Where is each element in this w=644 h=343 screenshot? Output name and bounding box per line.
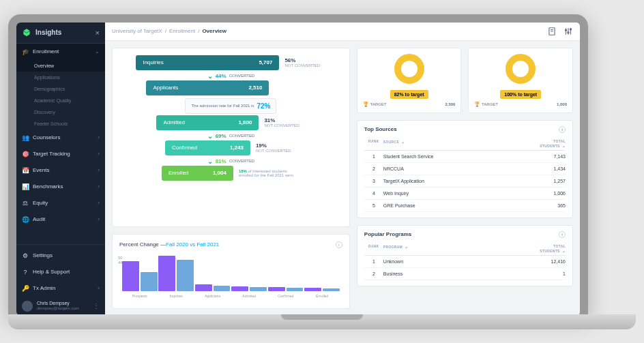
y-tick: 44	[118, 260, 123, 265]
sidebar-item-label: Enrollment	[33, 48, 91, 55]
chart-period-link[interactable]: Fall 2020 vs Fall 2021	[166, 241, 219, 248]
table-row[interactable]: 3TargetX Application1,257	[364, 175, 566, 188]
chevron-right-icon: ›	[98, 167, 100, 173]
more-icon[interactable]: ⋮	[93, 302, 100, 310]
table-row[interactable]: 2Business1	[364, 268, 566, 280]
bar	[287, 288, 304, 291]
bar	[195, 284, 212, 290]
stage-value: 1,800	[238, 119, 252, 125]
bar-group	[231, 254, 266, 291]
trophy-icon: 🏆	[363, 102, 369, 106]
bar-chart: 50 44	[119, 254, 342, 291]
x-label: Admitted	[231, 294, 266, 298]
table-row[interactable]: 2NRCCUA1,434	[364, 163, 566, 175]
info-icon[interactable]: i	[559, 126, 566, 133]
bar-group	[268, 254, 303, 291]
donut-chart	[394, 54, 424, 84]
table-row[interactable]: 5GRE Purchase365	[364, 200, 566, 212]
sliders-icon[interactable]	[564, 27, 573, 36]
sidebar-sub-demographics[interactable]: Demographics	[16, 83, 105, 95]
sidebar-item-label: Counselors	[33, 134, 93, 140]
top-sources-card: Top Sources i RANK SOURCE⌄ TOTAL STUDENT…	[357, 120, 573, 218]
sidebar: Insights × 🎓 Enrollment ⌄ Overview Appli…	[16, 23, 105, 316]
target-badge: 82% to target	[390, 90, 428, 99]
chart-title: Percent Change — Fall 2020 vs Fall 2021 …	[119, 241, 342, 248]
stage-label: Applicants	[153, 85, 178, 91]
popular-programs-card: Popular Programs i RANK PROGRAM⌄ TOTAL S…	[357, 225, 573, 286]
chevron-down-icon: ⌄	[95, 48, 100, 55]
sidebar-item-label: Events	[33, 167, 93, 173]
sidebar-item-events[interactable]: 📅 Events ›	[16, 162, 105, 179]
stage-side-note: 19%NOT CONVERTED	[256, 143, 297, 153]
sidebar-sub-applications[interactable]: Applications	[16, 72, 105, 83]
funnel-stage-inquiries: Inquiries 5,707 56%NOT CONVERTED	[119, 55, 342, 70]
sidebar-sub-discovery[interactable]: Discovery	[16, 106, 105, 118]
stage-side-note: 56%NOT CONVERTED	[284, 57, 325, 68]
stage-value: 2,510	[248, 85, 262, 91]
sidebar-item-enrollment[interactable]: 🎓 Enrollment ⌄	[16, 44, 105, 60]
table-row[interactable]: 1Unknown12,416	[364, 256, 566, 268]
funnel-stage-admitted: Admitted 1,800 31%NOT CONVERTED	[119, 115, 342, 130]
bar	[122, 261, 139, 291]
target-card: 100% to target 🏆 TARGET 1,000	[468, 48, 573, 113]
table-row[interactable]: 4Web Inquiry1,006	[364, 188, 566, 200]
user-name: Chris Dempsey	[37, 301, 89, 306]
sidebar-sub-academic-quality[interactable]: Academic Quality	[16, 95, 105, 106]
info-icon[interactable]: i	[336, 241, 342, 248]
bar	[268, 287, 285, 291]
x-label: Confirmed	[268, 294, 303, 298]
avatar	[22, 301, 33, 312]
close-icon[interactable]: ×	[96, 29, 100, 37]
sidebar-sub-feeder-schools[interactable]: Feeder Schools	[16, 118, 105, 130]
chevron-right-icon: ›	[98, 151, 100, 157]
sidebar-item-label: Target Tracking	[33, 151, 93, 157]
sidebar-item-admin[interactable]: 🔑 Tx Admin ›	[16, 280, 105, 297]
stage-side-note: 31%NOT CONVERTED	[264, 117, 305, 128]
bar	[214, 286, 231, 290]
sidebar-item-benchmarks[interactable]: 📊 Benchmarks ›	[16, 179, 105, 195]
breadcrumb-org[interactable]: University of TargetX	[112, 28, 162, 34]
sidebar-item-settings[interactable]: ⚙ Settings	[16, 248, 105, 264]
breadcrumb-section[interactable]: Enrollment	[169, 28, 195, 34]
sort-icon[interactable]: ⌄	[401, 140, 405, 144]
target-value: 2,500	[445, 102, 455, 106]
stage-value: 5,707	[259, 59, 272, 65]
sidebar-item-label: Settings	[33, 252, 100, 258]
document-icon[interactable]	[547, 27, 557, 36]
x-label: Applicants	[195, 294, 230, 298]
chevron-right-icon: ›	[98, 285, 100, 291]
bar	[250, 287, 267, 291]
main-content: University of TargetX / Enrollment / Ove…	[105, 23, 580, 316]
sidebar-item-target-tracking[interactable]: 🎯 Target Tracking ›	[16, 146, 105, 162]
sidebar-item-label: Equity	[33, 200, 93, 206]
sidebar-item-audit[interactable]: 🌐 Audit ›	[16, 211, 105, 228]
table-title: Popular Programs	[364, 231, 411, 237]
user-profile[interactable]: Chris Dempsey dempsey@targetx.com ⋮	[16, 297, 105, 316]
chevron-right-icon: ›	[98, 216, 100, 222]
logo-icon	[22, 28, 31, 38]
sort-icon[interactable]: ⌄	[562, 249, 566, 253]
stage-label: Admitted	[163, 119, 185, 125]
conversion-arrow: ⌄69%CONVERTED	[207, 132, 255, 140]
sidebar-item-help[interactable]: ? Help & Support	[16, 264, 105, 280]
table-row[interactable]: 1Student Search Service7,143	[364, 151, 566, 163]
stage-label: Confirmed	[172, 145, 197, 151]
svg-point-7	[568, 31, 569, 33]
sort-icon[interactable]: ⌄	[562, 144, 566, 148]
breadcrumb: University of TargetX / Enrollment / Ove…	[105, 23, 580, 41]
info-icon[interactable]: i	[559, 231, 566, 238]
sidebar-item-equity[interactable]: ⚖ Equity ›	[16, 195, 105, 211]
sidebar-sub-overview[interactable]: Overview	[16, 60, 105, 72]
sort-icon[interactable]: ⌄	[405, 245, 408, 249]
enroll-note: 18% of interested students enrolled for …	[239, 169, 300, 177]
sidebar-item-counselors[interactable]: 👥 Counselors ›	[16, 130, 105, 146]
people-icon: 👥	[22, 134, 29, 141]
target-card: 82% to target 🏆 TARGET 2,500	[357, 48, 462, 113]
funnel-stage-confirmed: Confirmed 1,243 19%NOT CONVERTED	[119, 140, 342, 155]
x-axis-labels: ProspectsInquiriesApplicantsAdmittedConf…	[119, 291, 342, 298]
conversion-arrow: ⌄81%CONVERTED	[207, 158, 255, 165]
x-label: Inquiries	[158, 294, 193, 298]
stage-label: Inquiries	[143, 59, 163, 65]
user-email: dempsey@targetx.com	[37, 306, 89, 311]
sidebar-item-label: Tx Admin	[33, 285, 93, 291]
